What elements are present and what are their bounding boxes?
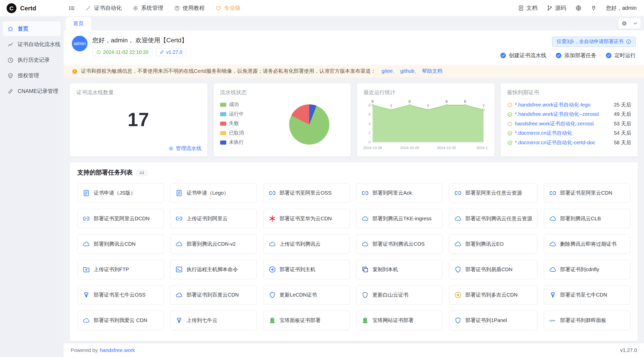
sidebar-item[interactable]: CNAME记录管理 [3,84,61,99]
source-code-button[interactable]: 源码 [543,0,570,16]
deploy-task-card[interactable]: 上传证书到阿里云 [170,209,257,228]
notice-link[interactable]: 帮助文档 [422,68,442,74]
deploy-task-label: 部署证书至阿里云CDN [560,190,612,197]
sidebar-item-label: 授权管理 [18,72,39,79]
tools-button[interactable] [587,0,600,16]
warning-icon [72,68,78,74]
deploy-task-label: 部署至阿里云任意云资源 [465,190,522,197]
svg-text:7: 7 [482,104,485,108]
header-nav-item[interactable]: 使用教程 [169,0,210,16]
user-menu[interactable]: 您好，admin [602,4,637,12]
step-label: 定时运行 [614,52,636,59]
header-nav-item[interactable]: 证书自动化 [80,0,127,16]
deploy-task-card[interactable]: 删除腾讯云即将过期证书 [544,234,630,254]
deploy-task-card[interactable]: 部署证书到腾讯云COS [356,234,443,254]
deploy-task-card[interactable]: 复制到本机 [356,260,443,279]
docs-button[interactable]: 文档 [514,0,541,16]
legend-item: 未执行 [220,139,244,146]
deploy-task-card[interactable]: 证书申请（JS版） [77,183,164,203]
deploy-task-card[interactable]: 证书申请（Lego） [170,183,257,203]
sidebar-item-icon [7,41,13,47]
deploy-task-icon [268,317,276,324]
expiring-certs-card: 最快到期证书 *.handsfree.work证书自动化-lego 25 天后 … [500,83,638,156]
plug-icon [590,5,596,11]
deploy-task-card[interactable]: 上传到七牛云 [170,311,257,330]
deploy-task-card[interactable]: 部署到腾讯云TKE-ingress [356,209,443,228]
cert-name-link[interactable]: *.handsfree.work证书自动化-lego [515,101,608,109]
legend-swatch [220,102,226,106]
cert-days-left: 49 天后 [614,111,631,118]
deploy-task-card[interactable]: 执行远程主机脚本命令 [170,260,257,279]
deploy-task-icon [549,215,556,222]
collapse-sidebar-icon[interactable] [64,5,80,11]
deploy-task-card[interactable]: 部署证书到我爱云 CDN [77,311,164,330]
cert-name-link[interactable]: *.handsfree.work证书自动化--zerossl [515,111,608,118]
deploy-task-card[interactable]: 部署证书到主机 [263,260,350,279]
security-notice: 证书和授权为敏感信息，不要使用来历不明的在线Certd服务和镜像，以免泄露；请务… [64,65,644,78]
deploy-task-card[interactable]: 部署证书至阿里云DCDN [77,209,164,228]
doc-icon [518,5,524,11]
notice-link[interactable]: gitee、 [382,68,398,74]
deploy-tasks-count-badge: 44 [136,169,147,176]
sidebar-item[interactable]: 证书自动化流水线 [3,37,61,52]
manage-pipelines-link[interactable]: 管理流水线 [168,145,201,152]
cert-name-link[interactable]: handsfree.work证书自动化-zerossl [515,120,608,127]
deploy-task-card[interactable]: 宝塔网站证书部署 [356,311,443,330]
deploy-task-card[interactable]: 部署到阿里云Ack [356,183,443,203]
deploy-task-icon [83,317,90,324]
sidebar-item[interactable]: 首页 [3,21,61,36]
tab-menu-button[interactable] [630,18,641,29]
deploy-task-card[interactable]: 部署证书到1Panel [449,311,538,330]
deploy-task-card[interactable]: 部署至阿里云任意云资源 [449,183,538,203]
deploy-task-card[interactable]: Syno 部署证书到群晖面板 [544,311,630,330]
deploy-task-card[interactable]: 部署到腾讯云CDN [77,234,164,254]
recent-runs-chart-wrap: 0246887878872024-10-262024-10-282024-10-… [364,98,488,152]
svg-text:8: 8 [446,99,448,103]
svg-text:2024-10-26: 2024-10-26 [364,146,382,150]
deploy-task-card[interactable]: 更新白山云证书 [356,285,443,305]
svg-text:2024-10-30: 2024-10-30 [437,146,456,150]
deploy-task-card[interactable]: 部署证书至华为云CDN [263,209,350,228]
header-nav-item[interactable]: 系统管理 [127,0,169,16]
nav-item-icon [86,5,91,11]
deploy-task-card[interactable]: 部署证书到百度云CDN [170,285,257,305]
promo-badge[interactable]: 仅需3步，全自动申请部署证书 [552,37,636,47]
legend-swatch [220,112,226,116]
deploy-task-card[interactable]: 部署到腾讯云EO [449,234,538,254]
cert-name-link[interactable]: *.docmirror.cn证书自动化-certd-doc [515,139,608,146]
deploy-task-card[interactable]: 部署证书到cdnfly [544,260,630,279]
deploy-task-icon [361,317,369,324]
deploy-task-card[interactable]: 部署证书至阿里云OSS [263,183,350,203]
sidebar-item[interactable]: 授权管理 [3,68,61,83]
deploy-task-card[interactable]: 宝塔面板证书部署 [263,311,350,330]
deploy-task-card[interactable]: 部署证书至阿里云CDN [544,183,630,203]
avatar[interactable]: admin [72,36,88,51]
cert-days-left: 54 天后 [614,130,631,137]
sidebar-item-icon [7,88,13,94]
tab-home[interactable]: 首页 [66,17,91,30]
deploy-task-card[interactable]: 上传证书到FTP [77,260,164,279]
deploy-task-card[interactable]: 部署证书到腾讯云任意云资源 [449,209,538,228]
svg-text:4: 4 [369,122,371,126]
legend-swatch [220,131,226,135]
deploy-task-card[interactable]: 上传证书到腾讯云 [263,234,350,254]
deploy-task-label: 部署到腾讯云CDN-v2 [187,240,236,247]
handsfree-link[interactable]: handsfree.work [100,347,135,353]
deploy-task-card[interactable]: 更新LeCDN证书 [263,285,350,305]
deploy-task-card[interactable]: 部署证书至七牛CDN [544,285,630,305]
deploy-task-icon [176,189,183,197]
deploy-task-card[interactable]: 部署证书到多吉云CDN [449,285,538,305]
stats-row: 证书流水线数量 17 管理流水线 流水线状态 成功 运行中 失败 已取消 未执行 [64,78,644,156]
header-nav-item[interactable]: 专业版 [210,0,246,16]
notice-link[interactable]: github、 [400,68,419,74]
sidebar-item[interactable]: 执行历史记录 [3,53,61,67]
language-button[interactable] [572,0,585,16]
notice-text: 证书和授权为敏感信息，不要使用来历不明的在线Certd服务和镜像，以免泄露；请务… [81,68,376,75]
cert-name-link[interactable]: *.docmirror.cn证书自动化 [515,130,608,137]
deploy-task-card[interactable]: 部署到腾讯云CDN-v2 [170,234,257,254]
deploy-task-card[interactable]: 部署到腾讯云CLB [544,209,630,228]
deploy-task-card[interactable]: 部署证书至七牛云OSS [77,285,164,305]
close-tabs-button[interactable] [619,18,630,29]
sidebar-item-icon [7,73,13,79]
deploy-task-card[interactable]: 部署证书到易盾CDN [449,260,538,279]
